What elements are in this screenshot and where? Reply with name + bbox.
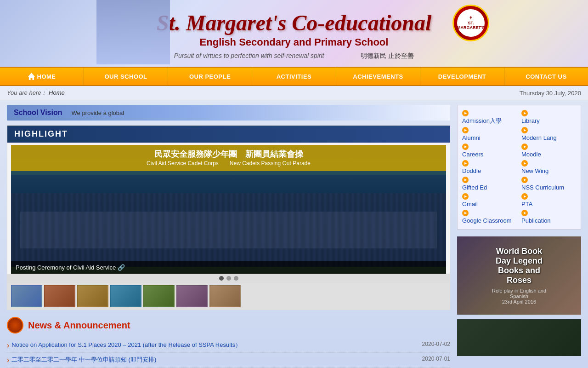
school-vision-label: School Vision bbox=[14, 109, 62, 117]
caption-text: Posting Ceremony of Civil Aid Service 🔗 bbox=[16, 264, 125, 271]
main-content: School Vision We provide a global HIGHLI… bbox=[0, 100, 588, 368]
breadcrumb-prefix: You are here： bbox=[7, 89, 47, 96]
arrow-icon bbox=[521, 160, 528, 167]
crowd-image bbox=[11, 175, 446, 267]
quick-link-pta[interactable]: PTA bbox=[521, 201, 532, 207]
nav-our-people[interactable]: OUR PEOPLE bbox=[168, 68, 252, 85]
quick-link-nss-curriculum[interactable]: NSS Curriculum bbox=[521, 184, 564, 191]
home-icon bbox=[28, 73, 35, 80]
nav-development[interactable]: DEVELOPMENT bbox=[420, 68, 504, 85]
quick-link-moodle[interactable]: Moodle bbox=[521, 151, 541, 158]
image-overlay: 民眾安全服務隊少年團 新團員結業會操 Civil Aid Service Cad… bbox=[11, 145, 446, 274]
arrow-icon bbox=[521, 177, 528, 183]
quick-link-item: NSS Curriculum bbox=[521, 177, 576, 191]
thumbnail-2[interactable] bbox=[44, 285, 75, 307]
video-date: Role play in English and Spanish23rd Apr… bbox=[488, 288, 550, 305]
nav-home-label: HOME bbox=[37, 73, 56, 80]
news-header: News & Announcement bbox=[7, 317, 450, 334]
quick-link-item: Modern Lang bbox=[521, 127, 576, 142]
nav-activities-label: ACTIVITIES bbox=[277, 73, 312, 80]
quick-link-publication[interactable]: Publication bbox=[521, 217, 551, 224]
slideshow-caption: Posting Ceremony of Civil Aid Service 🔗 bbox=[11, 261, 446, 274]
news-link[interactable]: 二零二零至二零二一學年 中一學位申請須知 (叩門安排) bbox=[11, 356, 417, 364]
page-header: St. Margaret's Co-educational English Se… bbox=[0, 0, 588, 67]
thumbnail-7[interactable] bbox=[209, 285, 241, 307]
thumbnail-4[interactable] bbox=[110, 285, 141, 307]
school-motto: Pursuit of virtues to perfection with se… bbox=[0, 52, 588, 60]
arrow-icon bbox=[521, 193, 528, 200]
right-column: Admission入學 Library Alumni Modern Lang C… bbox=[457, 105, 581, 368]
breadcrumb: You are here： Home bbox=[7, 89, 65, 97]
nav-our-school-label: OUR SCHOOL bbox=[104, 73, 147, 80]
main-slideshow-image: 民眾安全服務隊少年團 新團員結業會操 Civil Aid Service Cad… bbox=[11, 145, 446, 274]
quick-link-careers[interactable]: Careers bbox=[462, 151, 483, 158]
news-row: › Notice on Application for S.1 Places 2… bbox=[7, 341, 418, 350]
news-list: › Notice on Application for S.1 Places 2… bbox=[7, 338, 450, 368]
thumbnail-strip bbox=[7, 283, 450, 310]
quick-links-grid: Admission入學 Library Alumni Modern Lang C… bbox=[462, 110, 576, 224]
arrow-icon bbox=[462, 193, 469, 200]
video-block-1[interactable]: World Book Day Legend Books and Roses Ro… bbox=[457, 236, 581, 315]
quick-link-new-wing[interactable]: New Wing bbox=[521, 167, 548, 174]
slide-dot-3[interactable] bbox=[234, 276, 238, 281]
news-link[interactable]: Notice on Application for S.1 Places 202… bbox=[11, 341, 417, 349]
motto-english: Pursuit of virtues to perfection with se… bbox=[174, 52, 324, 60]
main-navigation: HOME OUR SCHOOL OUR PEOPLE ACTIVITIES AC… bbox=[0, 67, 588, 86]
quick-link-modern-lang[interactable]: Modern Lang bbox=[521, 134, 557, 141]
quick-link-item: Doddle bbox=[462, 160, 517, 175]
slide-dot-1[interactable] bbox=[219, 276, 224, 281]
news-bullet: › bbox=[7, 356, 9, 364]
crest-inner: ✝ST.MARGARET'S bbox=[457, 9, 485, 37]
video-text: World Book Day Legend Books and Roses Ro… bbox=[488, 247, 550, 305]
news-date: 2020-07-02 bbox=[422, 341, 450, 347]
thumbnail-3[interactable] bbox=[77, 285, 108, 307]
arrow-icon bbox=[462, 160, 469, 167]
quick-link-item: New Wing bbox=[521, 160, 576, 175]
news-row: › 二零二零至二零二一學年 中一學位申請須知 (叩門安排) bbox=[7, 356, 418, 364]
image-caption-en: Civil Aid Service Cadet Corps New Cadets… bbox=[18, 160, 439, 167]
nav-contact-us[interactable]: CONTACT US bbox=[504, 68, 588, 85]
left-column: School Vision We provide a global HIGHLI… bbox=[7, 105, 450, 368]
quick-link-item: Admission入學 bbox=[462, 110, 517, 125]
arrow-icon bbox=[462, 210, 469, 216]
quick-link-item: Gifted Ed bbox=[462, 177, 517, 191]
thumbnail-5[interactable] bbox=[143, 285, 175, 307]
quick-link-item: Google Classroom bbox=[462, 210, 517, 224]
quick-link-google-classroom[interactable]: Google Classroom bbox=[462, 217, 512, 224]
video-title: World Book Day Legend bbox=[488, 247, 550, 266]
nav-our-people-label: OUR PEOPLE bbox=[189, 73, 231, 80]
breadcrumb-home-link[interactable]: Home bbox=[49, 89, 65, 96]
image-text-overlay: 民眾安全服務隊少年團 新團員結業會操 Civil Aid Service Cad… bbox=[11, 145, 446, 171]
quick-link-doddle[interactable]: Doddle bbox=[462, 167, 481, 174]
crest-circle: ✝ST.MARGARET'S bbox=[452, 5, 489, 41]
quick-link-item: Library bbox=[521, 110, 576, 125]
video-block-2[interactable] bbox=[457, 319, 581, 356]
nav-home[interactable]: HOME bbox=[0, 68, 84, 85]
news-icon bbox=[7, 317, 23, 334]
slide-navigation bbox=[7, 274, 450, 283]
quick-link-item: Gmail bbox=[462, 193, 517, 208]
school-crest: ✝ST.MARGARET'S bbox=[452, 5, 489, 46]
arrow-icon bbox=[462, 127, 469, 133]
arrow-icon bbox=[462, 177, 469, 183]
nav-our-school[interactable]: OUR SCHOOL bbox=[84, 68, 168, 85]
school-vision-text: We provide a global bbox=[72, 109, 124, 116]
quick-link-alumni[interactable]: Alumni bbox=[462, 134, 481, 141]
slide-dot-2[interactable] bbox=[226, 276, 231, 281]
nav-achievements-label: ACHIEVEMENTS bbox=[353, 73, 403, 80]
thumbnail-1[interactable] bbox=[11, 285, 42, 307]
video-subtitle: Books and Roses bbox=[488, 266, 550, 285]
thumbnail-6[interactable] bbox=[176, 285, 208, 307]
quick-link-admission[interactable]: Admission入學 bbox=[462, 117, 502, 124]
quick-link-item: Moodle bbox=[521, 144, 576, 158]
school-vision-bar: School Vision We provide a global bbox=[7, 105, 450, 121]
arrow-icon bbox=[462, 110, 469, 116]
quick-link-gifted-ed[interactable]: Gifted Ed bbox=[462, 184, 487, 191]
breadcrumb-bar: You are here： Home Thursday 30 July, 202… bbox=[0, 86, 588, 100]
quick-link-library[interactable]: Library bbox=[521, 117, 540, 124]
school-title-main: St. Margaret's Co-educational bbox=[0, 11, 588, 35]
news-section-title: News & Announcement bbox=[28, 320, 130, 331]
nav-achievements[interactable]: ACHIEVEMENTS bbox=[336, 68, 420, 85]
quick-link-gmail[interactable]: Gmail bbox=[462, 201, 478, 207]
nav-activities[interactable]: ACTIVITIES bbox=[252, 68, 336, 85]
